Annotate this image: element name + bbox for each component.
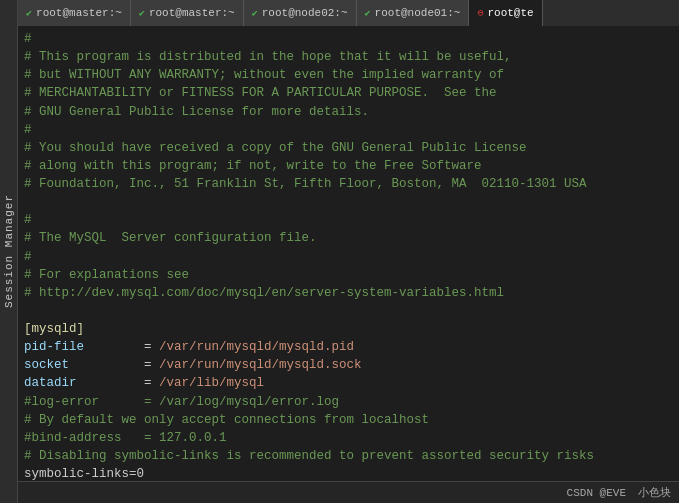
tab-4[interactable]: ✔root@node01:~ [357, 0, 470, 26]
terminal-line: # You should have received a copy of the… [24, 139, 673, 157]
terminal-line [24, 193, 673, 211]
terminal-line: # Disabling symbolic-links is recommende… [24, 447, 673, 465]
terminal-line: socket = /var/run/mysqld/mysqld.sock [24, 356, 673, 374]
session-manager-label: Session Manager [3, 194, 15, 308]
terminal-line: # MERCHANTABILITY or FITNESS FOR A PARTI… [24, 84, 673, 102]
terminal-line: # but WITHOUT ANY WARRANTY; without even… [24, 66, 673, 84]
terminal-line [24, 302, 673, 320]
terminal-line: # [24, 30, 673, 48]
tab-label: root@master:~ [36, 7, 122, 19]
main-content: ✔root@master:~✔root@master:~✔root@node02… [18, 0, 679, 503]
terminal-line: # This program is distributed in the hop… [24, 48, 673, 66]
terminal-line: # [24, 211, 673, 229]
session-manager: Session Manager [0, 0, 18, 503]
minus-icon: ⊖ [477, 7, 483, 19]
tab-1[interactable]: ✔root@master:~ [18, 0, 131, 26]
terminal-line: # [24, 248, 673, 266]
check-icon: ✔ [139, 7, 145, 19]
check-icon: ✔ [252, 7, 258, 19]
terminal-line: # along with this program; if not, write… [24, 157, 673, 175]
terminal[interactable]: ## This program is distributed in the ho… [18, 26, 679, 481]
tab-bar: ✔root@master:~✔root@master:~✔root@node02… [18, 0, 679, 26]
terminal-line: # http://dev.mysql.com/doc/mysql/en/serv… [24, 284, 673, 302]
terminal-line: # [24, 121, 673, 139]
status-bar: CSDN @EVE 小色块 [18, 481, 679, 503]
check-icon: ✔ [26, 7, 32, 19]
tab-3[interactable]: ✔root@node02:~ [244, 0, 357, 26]
tab-5[interactable]: ⊖root@te [469, 0, 542, 26]
terminal-line: # The MySQL Server configuration file. [24, 229, 673, 247]
tab-label: root@te [487, 7, 533, 19]
tab-label: root@node02:~ [262, 7, 348, 19]
check-icon: ✔ [365, 7, 371, 19]
terminal-line: # By default we only accept connections … [24, 411, 673, 429]
tab-label: root@node01:~ [375, 7, 461, 19]
terminal-line: symbolic-links=0 [24, 465, 673, 481]
terminal-line: #log-error = /var/log/mysql/error.log [24, 393, 673, 411]
status-extra: 小色块 [638, 485, 671, 500]
terminal-line: pid-file = /var/run/mysqld/mysqld.pid [24, 338, 673, 356]
status-attribution: CSDN @EVE [567, 487, 626, 499]
tab-2[interactable]: ✔root@master:~ [131, 0, 244, 26]
tab-label: root@master:~ [149, 7, 235, 19]
terminal-line: [mysqld] [24, 320, 673, 338]
terminal-line: # For explanations see [24, 266, 673, 284]
terminal-line: # GNU General Public License for more de… [24, 103, 673, 121]
terminal-line: # Foundation, Inc., 51 Franklin St, Fift… [24, 175, 673, 193]
terminal-line: datadir = /var/lib/mysql [24, 374, 673, 392]
terminal-line: #bind-address = 127.0.0.1 [24, 429, 673, 447]
